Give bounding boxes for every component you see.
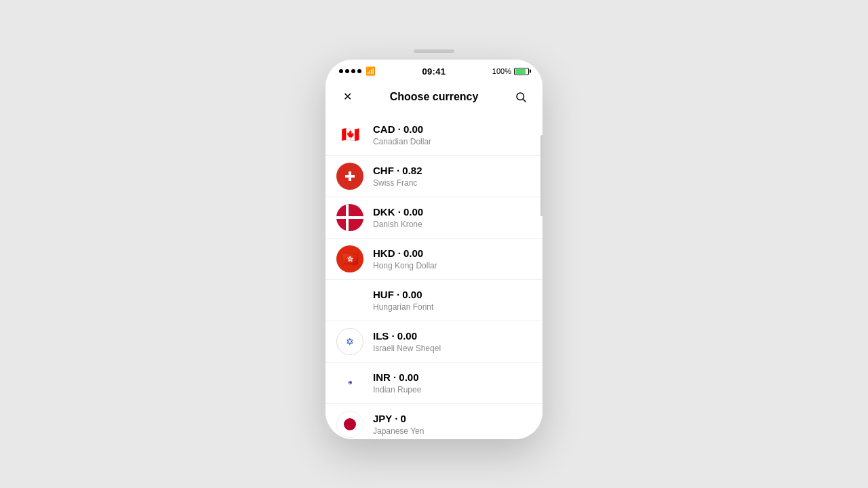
search-icon: [515, 91, 527, 103]
signal-dot-4: [357, 69, 361, 73]
svg-point-0: [517, 93, 524, 100]
currency-list[interactable]: 🇨🇦 CAD · 0.00 Canadian Dollar CHF · 0.82…: [326, 115, 542, 439]
currency-name: Hungarian Forint: [373, 302, 532, 312]
status-time: 09:41: [422, 66, 446, 77]
currency-info: CAD · 0.00 Canadian Dollar: [373, 123, 532, 146]
currency-code: DKK · 0.00: [373, 205, 532, 219]
japan-circle: [344, 418, 356, 430]
currency-code: ILS · 0.00: [373, 329, 532, 343]
currency-name: Swiss Franc: [373, 178, 532, 188]
flag-switzerland: [336, 163, 363, 190]
scroll-indicator: [540, 115, 542, 439]
currency-name: Israeli New Sheqel: [373, 344, 532, 353]
page-title: Choose currency: [390, 91, 479, 103]
currency-name: Hong Kong Dollar: [373, 261, 532, 270]
list-item[interactable]: HUF · 0.00 Hungarian Forint: [326, 280, 542, 321]
phone-wrapper: 📶 09:41 100% ✕ Choose currency: [326, 49, 542, 439]
currency-info: ILS · 0.00 Israeli New Sheqel: [373, 329, 532, 353]
battery-icon: [514, 68, 529, 75]
currency-name: Japanese Yen: [373, 426, 532, 436]
swiss-cross-icon: [345, 171, 355, 181]
list-item[interactable]: ✡ ILS · 0.00 Israeli New Sheqel: [326, 321, 542, 363]
currency-name: Indian Rupee: [373, 385, 532, 394]
svg-line-1: [523, 99, 526, 102]
scroll-thumb: [540, 135, 542, 216]
currency-info: CHF · 0.82 Swiss Franc: [373, 164, 532, 188]
currency-code: CAD · 0.00: [373, 123, 532, 136]
list-item[interactable]: DKK · 0.00 Danish Krone: [326, 197, 542, 239]
status-left: 📶: [339, 66, 376, 76]
phone-frame: 📶 09:41 100% ✕ Choose currency: [326, 60, 542, 439]
wifi-icon: 📶: [366, 66, 376, 76]
nav-bar: ✕ Choose currency: [326, 81, 542, 115]
flag-hk: 🇭🇰: [336, 245, 363, 272]
currency-name: Canadian Dollar: [373, 137, 532, 146]
currency-code: HUF · 0.00: [373, 288, 532, 302]
currency-info: HKD · 0.00 Hong Kong Dollar: [373, 247, 532, 270]
currency-code: HKD · 0.00: [373, 247, 532, 260]
close-icon: ✕: [343, 92, 352, 102]
flag-japan: [336, 411, 363, 438]
signal-dot-2: [345, 69, 349, 73]
list-item[interactable]: JPY · 0 Japanese Yen: [326, 404, 542, 439]
flag-canada: 🇨🇦: [336, 121, 363, 148]
status-right: 100%: [492, 67, 529, 75]
flag-israel: ✡: [336, 328, 363, 355]
search-button[interactable]: [510, 86, 532, 108]
flag-denmark: [336, 204, 363, 231]
currency-info: DKK · 0.00 Danish Krone: [373, 205, 532, 229]
status-bar: 📶 09:41 100%: [326, 60, 542, 81]
currency-code: JPY · 0: [373, 412, 532, 426]
signal-dot-1: [339, 69, 343, 73]
flag-hungary: [336, 287, 363, 314]
currency-code: CHF · 0.82: [373, 164, 532, 178]
currency-info: INR · 0.00 Indian Rupee: [373, 371, 532, 394]
currency-name: Danish Krone: [373, 220, 532, 229]
currency-code: INR · 0.00: [373, 371, 532, 384]
battery-fill: [515, 69, 526, 74]
currency-info: HUF · 0.00 Hungarian Forint: [373, 288, 532, 312]
signal-dot-3: [351, 69, 355, 73]
close-button[interactable]: ✕: [336, 86, 358, 108]
currency-info: JPY · 0 Japanese Yen: [373, 412, 532, 436]
list-item[interactable]: CHF · 0.82 Swiss Franc: [326, 156, 542, 197]
drag-handle: [414, 49, 454, 53]
list-item[interactable]: 🇨🇦 CAD · 0.00 Canadian Dollar: [326, 115, 542, 156]
list-item[interactable]: ⊕ INR · 0.00 Indian Rupee: [326, 363, 542, 404]
flag-india: ⊕: [336, 369, 363, 396]
battery-percent: 100%: [492, 67, 511, 75]
list-item[interactable]: 🇭🇰 HKD · 0.00 Hong Kong Dollar: [326, 239, 542, 280]
